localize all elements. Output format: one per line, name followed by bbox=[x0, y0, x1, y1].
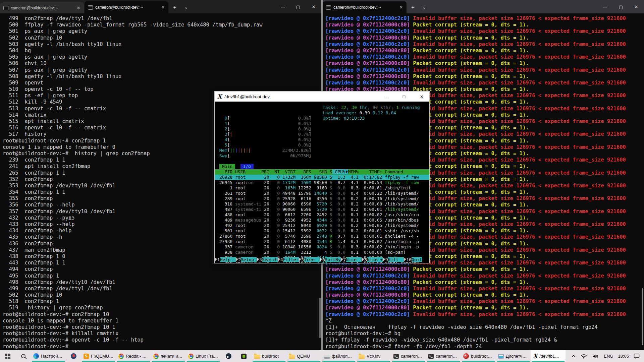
process-row[interactable]: 488 root 20 0 6612 2700 2452 S 0.0 0.1 0… bbox=[215, 212, 429, 218]
taskbar-item-sublime[interactable]: SF:\QEMU\За... bbox=[81, 350, 116, 362]
htop-screen[interactable]: 0[ 0.0%] 1[ 0.0%] 2[ 0.0%] 3[| 0.7%] 4[ … bbox=[215, 102, 429, 263]
window-titlebar[interactable]: X /dev/fb1@buildroot-dev — □ ✕ bbox=[215, 92, 429, 102]
htop-function-bar[interactable]: F1Help F2Setup F3SearchF4FilterF5Tree F6… bbox=[215, 257, 429, 262]
fkey-f2[interactable]: F2Setup bbox=[236, 257, 257, 262]
taskbar-item-nvidia[interactable] bbox=[236, 350, 252, 362]
tab-dropdown-button[interactable]: ⌄ bbox=[181, 2, 191, 12]
process-row[interactable]: 492 root 20 0 25412 8040 6920 S 0.0 0.2 … bbox=[215, 223, 429, 228]
fkey-f4[interactable]: F4Filter bbox=[278, 257, 299, 262]
taskbar-item-print[interactable]: печати из Л... bbox=[151, 350, 186, 362]
fkey-f10[interactable]: F10Quit bbox=[404, 257, 422, 262]
scrollbar-thumb[interactable] bbox=[642, 288, 643, 345]
terminal-line: 499 con2fbmap /dev/tty1 /dev/fb1 bbox=[3, 286, 321, 292]
clock[interactable]: 18:05 bbox=[618, 354, 629, 359]
maximize-button[interactable]: ▢ bbox=[613, 0, 629, 13]
taskbar-item-qemu-vm[interactable]: buildroot-d... bbox=[461, 350, 496, 362]
tray-expand-icon[interactable] bbox=[572, 355, 576, 358]
taskbar-item-taskmgr[interactable]: Диспетчер ... bbox=[496, 350, 531, 362]
volume-icon[interactable] bbox=[592, 354, 599, 359]
close-button[interactable]: ✕ bbox=[629, 0, 644, 13]
terminal-line: 502 con2fbmap 10 bbox=[3, 292, 321, 298]
language-indicator[interactable]: ENG bbox=[604, 354, 613, 359]
terminal-line: [rawvideo @ 0x7f112400c2c0] Invalid buff… bbox=[325, 80, 644, 86]
terminal-icon: >_ bbox=[393, 354, 399, 359]
taskbar-item-terminal-2[interactable]: >_cameron@b... bbox=[426, 350, 461, 362]
terminal-line: [rawvideo @ 0x7f1124000c80] Packet corru… bbox=[325, 60, 644, 67]
process-row[interactable]: 26945 rootron 20 0 1732M 160M 98560 S 0.… bbox=[215, 180, 429, 185]
taskbar-item-buildroot[interactable]: buildroot bbox=[252, 350, 286, 362]
process-row[interactable]: 27930 root 20 0 6112 4080 3544 R 1.4 0.1… bbox=[215, 239, 429, 244]
taskbar-item-fileshare[interactable]: файлопомо... bbox=[321, 350, 356, 362]
terminal-line: [rawvideo @ 0x7f112400c2c0] Invalid buff… bbox=[325, 273, 644, 279]
close-button[interactable]: ✕ bbox=[414, 92, 429, 102]
minimize-button[interactable]: — bbox=[598, 0, 613, 13]
fkey-f8[interactable]: F8Nice + bbox=[362, 257, 383, 262]
taskbar-item-label: VcXsrv bbox=[367, 354, 380, 359]
taskbar-item-qemu-folder[interactable]: QEMU bbox=[286, 350, 321, 362]
taskbar-item-reddit[interactable]: Reddit - The ... bbox=[116, 350, 151, 362]
fkey-f1[interactable]: F1Help bbox=[215, 257, 236, 262]
tab-close-icon[interactable]: ✕ bbox=[160, 5, 166, 10]
terminal-line: [rawvideo @ 0x7f112400c2c0] Invalid buff… bbox=[325, 28, 644, 35]
tab-close-icon[interactable]: ✕ bbox=[76, 6, 81, 10]
terminal-line: 502 con2fbmap 10 bbox=[3, 35, 321, 41]
notification-icon[interactable] bbox=[634, 353, 640, 359]
taskbar-item-settings[interactable]: Настройка ... bbox=[31, 350, 66, 362]
maximize-button[interactable]: ▢ bbox=[290, 0, 306, 13]
qemu-icon bbox=[463, 353, 469, 359]
taskbar-item-steam[interactable] bbox=[221, 350, 236, 362]
process-row[interactable]: 501 root 20 0 15412 9392 8072 S 0.0 0.2 … bbox=[215, 228, 429, 234]
terminal-tab[interactable]: cameron@buildroot-dev: ~✕ bbox=[85, 1, 168, 13]
process-table-header[interactable]: PID USER PRI NI VIRT RES SHR S CPU%♦MEM%… bbox=[215, 169, 429, 175]
new-tab-button[interactable]: + bbox=[408, 2, 418, 12]
xorg-icon: X bbox=[217, 94, 222, 100]
process-row[interactable]: 318 systemd-ti 20 0 90060 6596 5720 S 0.… bbox=[215, 201, 429, 207]
process-row[interactable]: 261 root 20 0 49448 15796 14640 S 0.0 0.… bbox=[215, 191, 429, 196]
fkey-f3[interactable]: F3Search bbox=[257, 257, 278, 262]
cpu-meter: 1[ 0.0%] bbox=[215, 121, 429, 126]
htop-screen-tabs[interactable]: Main I/O bbox=[215, 164, 429, 169]
scrollbar-thumb[interactable] bbox=[319, 298, 321, 338]
maximize-button[interactable]: □ bbox=[396, 92, 412, 102]
minimize-button[interactable]: — bbox=[379, 92, 394, 102]
process-row[interactable]: 938 cameron 20 0 164M 3212 4 S 0.0 0.1 0… bbox=[215, 250, 429, 255]
process-row[interactable]: 289 root 20 0 25928 6116 4556 S 0.0 0.2 … bbox=[215, 196, 429, 201]
terminal-line: [1]+ ffplay -f rawvideo -video_size 640x… bbox=[325, 337, 644, 343]
wifi-icon[interactable] bbox=[580, 354, 587, 359]
taskbar-item-label: Reddit - The ... bbox=[126, 354, 149, 359]
terminal-tab[interactable]: cameron@buildroot-dev: ~✕ bbox=[0, 2, 84, 13]
fkey-f7[interactable]: F7Nice - bbox=[341, 257, 362, 262]
cpu-meter: 3[| 0.7%] bbox=[215, 132, 429, 137]
fkey-f6[interactable]: F6SortBy bbox=[320, 257, 341, 262]
process-row[interactable]: 26928 root 20 0 1732M 160M 98560 S 1.3 4… bbox=[215, 175, 429, 180]
new-tab-button[interactable]: + bbox=[170, 2, 180, 12]
terminal-line: root@buildroot-dev:~# con2fbmap 10 1 bbox=[3, 324, 321, 330]
process-row[interactable]: 937 cameron 20 0 18948 10556 8824 S 0.0 … bbox=[215, 244, 429, 250]
process-row[interactable]: 27860 root 20 0 5740 3596 2748 R 0.7 0.1… bbox=[215, 234, 429, 239]
minimize-button[interactable]: — bbox=[275, 0, 290, 13]
fkey-f9[interactable]: F9Kill bbox=[383, 257, 404, 262]
close-button[interactable]: ✕ bbox=[306, 0, 321, 13]
process-row[interactable]: 487 systemd-ti 20 0 90060 6596 5720 S 0.… bbox=[215, 207, 429, 212]
taskbar-item-app[interactable] bbox=[66, 350, 81, 362]
process-row[interactable]: 489 messagebus 20 0 9236 4952 4344 S 0.0… bbox=[215, 218, 429, 223]
fkey-f5[interactable]: F5Tree bbox=[299, 257, 320, 262]
taskbar-item-label: Диспетчер ... bbox=[506, 354, 528, 359]
search-button[interactable] bbox=[15, 350, 31, 362]
taskbar-item-linuxframe[interactable]: Linux Framebuffe... bbox=[186, 350, 221, 362]
process-row[interactable]: 1 root 20 0 163M 12252 9168 S 0.0 0.3 0:… bbox=[215, 185, 429, 191]
tasks-summary: Tasks: 32, 30 thr, 90 kthr; 1 running bbox=[323, 105, 420, 110]
terminal-line: [rawvideo @ 0x7f112400c2c0] Invalid buff… bbox=[325, 286, 644, 292]
terminal-line: 518 con2fbmap 1 bbox=[3, 298, 321, 305]
taskbar: Настройка ...SF:\QEMU\За...Reddit - The … bbox=[0, 350, 644, 362]
start-button[interactable] bbox=[0, 350, 15, 362]
tab-dropdown-button[interactable]: ⌄ bbox=[419, 2, 429, 12]
terminal-tab[interactable]: cameron@buildroot-dev: ~✕ bbox=[323, 1, 407, 13]
memory-meter: Mem[|||||||| 234M/3.82G] bbox=[215, 148, 429, 153]
taskbar-item-vcxsrv[interactable]: VcXsrv bbox=[356, 350, 391, 362]
taskbar-item-label: buildroot-d... bbox=[471, 354, 493, 359]
taskbar-item-terminal-1[interactable]: >_cameron@b... bbox=[391, 350, 426, 362]
taskbar-item-xserver[interactable]: X/dev/fb1@b... bbox=[531, 350, 566, 362]
circleapp-icon bbox=[71, 353, 76, 359]
tab-close-icon[interactable]: ✕ bbox=[398, 5, 404, 10]
